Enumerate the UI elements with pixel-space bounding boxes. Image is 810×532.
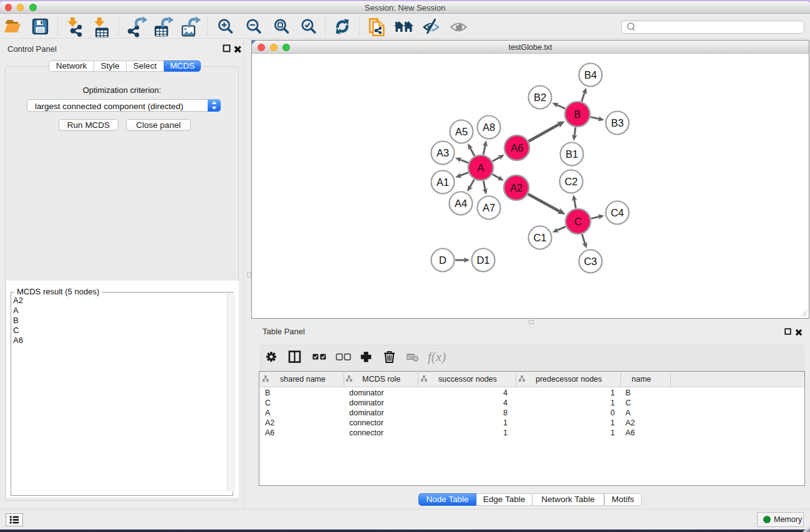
svg-text:A8: A8 — [483, 122, 495, 133]
svg-text:B1: B1 — [566, 148, 578, 160]
svg-text:B3: B3 — [611, 117, 624, 128]
svg-text:C2: C2 — [564, 176, 577, 187]
svg-text:C1: C1 — [533, 232, 546, 243]
svg-text:A2: A2 — [510, 182, 523, 193]
svg-text:A1: A1 — [436, 177, 449, 188]
svg-text:C4: C4 — [610, 207, 624, 218]
svg-text:B: B — [574, 109, 581, 120]
svg-text:D: D — [439, 254, 446, 266]
svg-text:B4: B4 — [584, 69, 597, 80]
svg-text:B2: B2 — [534, 92, 546, 103]
svg-text:C3: C3 — [584, 256, 597, 267]
svg-text:D1: D1 — [476, 254, 489, 266]
svg-text:A6: A6 — [511, 142, 523, 153]
svg-text:A3: A3 — [436, 147, 449, 158]
svg-text:A5: A5 — [455, 126, 468, 137]
svg-text:C: C — [574, 216, 582, 227]
svg-text:A4: A4 — [455, 198, 467, 209]
svg-text:f(x): f(x) — [428, 349, 446, 364]
svg-text:A7: A7 — [483, 202, 495, 213]
svg-text:A: A — [477, 162, 484, 173]
